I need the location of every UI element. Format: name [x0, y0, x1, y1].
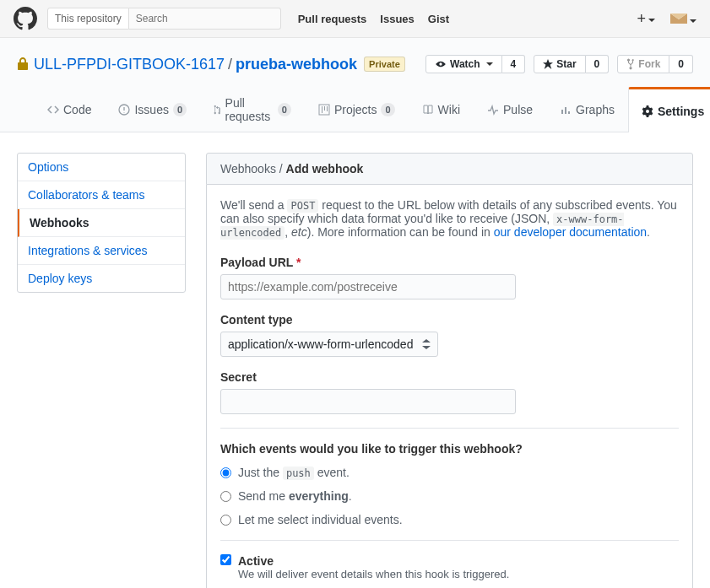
sidebar-item-collaborators[interactable]: Collaborators & teams [18, 181, 185, 209]
topbar-right: + [637, 10, 696, 28]
docs-link[interactable]: our developer documentation [494, 225, 647, 239]
graph-icon [560, 104, 572, 116]
fork-count[interactable]: 0 [669, 55, 693, 73]
search-input[interactable] [129, 8, 281, 30]
active-desc: We will deliver event details when this … [238, 568, 509, 580]
divider [220, 428, 679, 429]
payload-url-input[interactable] [220, 274, 516, 299]
tab-projects[interactable]: Projects0 [305, 87, 409, 132]
visibility-badge: Private [364, 57, 405, 72]
nav-issues[interactable]: Issues [380, 13, 414, 25]
inbox-menu[interactable] [670, 11, 696, 27]
sidebar-item-deploy-keys[interactable]: Deploy keys [18, 265, 185, 292]
repo-name-link[interactable]: prueba-webhook [236, 56, 357, 73]
pr-icon [214, 104, 220, 116]
events-heading: Which events would you like to trigger t… [220, 442, 679, 456]
radio-individual-label[interactable]: Let me select individual events. [238, 513, 403, 526]
repo-separator: / [228, 56, 232, 73]
code-icon [47, 104, 59, 116]
search-scope[interactable]: This repository [47, 8, 129, 30]
repo-actions: Watch 4 Star 0 Fork 0 [425, 55, 693, 73]
repo-title: ULL-PFPDI-GITBOOK-1617 / prueba-webhook … [17, 55, 693, 73]
content-type-label: Content type [220, 313, 679, 326]
sidebar-item-webhooks[interactable]: Webhooks [18, 209, 185, 237]
tab-wiki[interactable]: Wiki [409, 87, 474, 132]
radio-everything[interactable] [220, 491, 231, 502]
tab-code[interactable]: Code [34, 87, 105, 132]
tab-pulse[interactable]: Pulse [474, 87, 546, 132]
star-button[interactable]: Star [534, 55, 585, 73]
star-count[interactable]: 0 [586, 55, 610, 73]
secret-label: Secret [220, 370, 679, 384]
tab-issues[interactable]: Issues0 [105, 87, 200, 132]
breadcrumb: Webhooks / Add webhook [206, 153, 693, 185]
star-icon [543, 59, 553, 69]
pulse-icon [487, 104, 499, 116]
issues-count: 0 [173, 103, 187, 116]
reponav: Code Issues0 Pull requests0 Projects0 Wi… [17, 87, 693, 132]
project-icon [318, 104, 330, 116]
help-text: We'll send a POST request to the URL bel… [220, 198, 679, 239]
breadcrumb-parent[interactable]: Webhooks [220, 162, 276, 175]
radio-individual[interactable] [220, 515, 231, 526]
content: Webhooks / Add webhook We'll send a POST… [206, 153, 693, 588]
plus-icon: + [637, 10, 646, 27]
fork-button[interactable]: Fork [617, 55, 669, 73]
active-checkbox[interactable] [220, 554, 231, 565]
watch-group: Watch 4 [425, 55, 525, 73]
settings-menu: Options Collaborators & teams Webhooks I… [17, 153, 186, 293]
star-group: Star 0 [534, 55, 609, 73]
tab-pulls[interactable]: Pull requests0 [200, 87, 305, 132]
secret-input[interactable] [220, 389, 516, 414]
lock-icon [17, 57, 29, 71]
top-nav: Pull requests Issues Gist [298, 13, 449, 25]
projects-count: 0 [381, 103, 394, 116]
new-menu[interactable]: + [637, 10, 655, 28]
watch-count[interactable]: 4 [502, 55, 526, 73]
tab-settings[interactable]: Settings [628, 87, 710, 132]
settings-container: Options Collaborators & teams Webhooks I… [0, 132, 710, 588]
pulls-count: 0 [278, 103, 291, 116]
issue-icon [118, 104, 130, 116]
topbar: This repository Pull requests Issues Gis… [0, 0, 710, 38]
nav-gist[interactable]: Gist [428, 13, 449, 25]
watch-button[interactable]: Watch [425, 55, 502, 73]
tab-graphs[interactable]: Graphs [546, 87, 628, 132]
payload-url-label: Payload URL * [220, 256, 679, 269]
radio-push-label[interactable]: Just the push event. [238, 466, 350, 479]
gear-icon [642, 105, 653, 117]
nav-pull-requests[interactable]: Pull requests [298, 13, 367, 25]
webhook-form-box: We'll send a POST request to the URL bel… [206, 185, 693, 588]
radio-push[interactable] [220, 467, 231, 478]
breadcrumb-current: Add webhook [286, 162, 364, 175]
sidebar-item-integrations[interactable]: Integrations & services [18, 237, 185, 265]
fork-icon [626, 58, 635, 70]
github-logo-icon[interactable] [14, 7, 37, 30]
sidebar-item-options[interactable]: Options [18, 154, 185, 181]
eye-icon [435, 60, 447, 68]
content-type-select[interactable]: application/x-www-form-urlencoded [220, 332, 438, 357]
fork-group: Fork 0 [617, 55, 693, 73]
inbox-icon [670, 11, 687, 24]
divider [220, 540, 679, 541]
repo-owner-link[interactable]: ULL-PFPDI-GITBOOK-1617 [34, 56, 225, 73]
radio-everything-label[interactable]: Send me everything. [238, 489, 352, 503]
active-label: Active [238, 554, 509, 568]
book-icon [422, 104, 434, 116]
repohead: ULL-PFPDI-GITBOOK-1617 / prueba-webhook … [0, 38, 710, 132]
